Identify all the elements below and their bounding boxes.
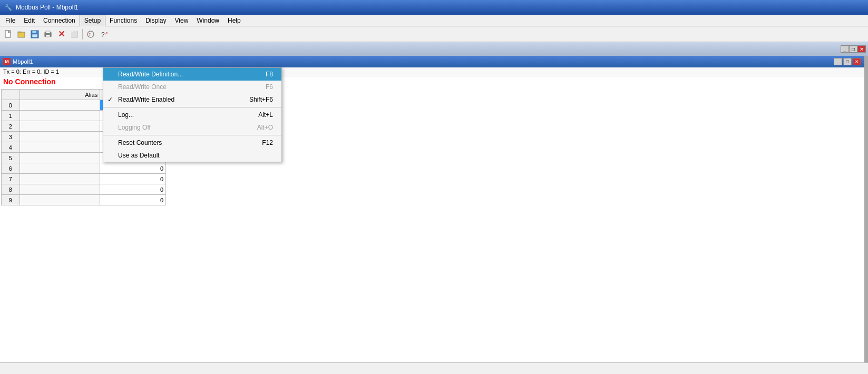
row-alias-9[interactable] (19, 195, 100, 205)
setup-dropdown-menu: Read/Write Definition... F8 Read/Write O… (103, 67, 282, 162)
row-num-1: 1 (2, 111, 20, 121)
row-num-6: 6 (2, 163, 20, 174)
menu-separator-2 (103, 135, 281, 135)
rw-enabled-check: ✓ (108, 96, 113, 103)
child-maximize-button[interactable]: □ (843, 58, 852, 65)
reset-counters-label: Reset Counters (118, 139, 162, 146)
new-button[interactable] (2, 28, 15, 41)
app-icon: 🔧 (4, 3, 13, 12)
row-num-7: 7 (2, 174, 20, 184)
table-row: 6 0 (2, 163, 166, 174)
rw-definition-shortcut: F8 (245, 71, 273, 78)
row-value-7[interactable]: 0 (100, 174, 166, 184)
svg-rect-6 (32, 34, 37, 37)
table-row: 9 0 (2, 195, 166, 205)
col-header-num (2, 90, 20, 100)
row-alias-3[interactable] (19, 132, 100, 142)
row-num-0: 0 (2, 100, 20, 111)
mdi-maximize-button[interactable]: □ (849, 45, 857, 53)
rw-enabled-shortcut: Shift+F6 (228, 96, 273, 103)
row-num-5: 5 (2, 153, 20, 163)
svg-rect-5 (32, 31, 36, 33)
row-alias-6[interactable] (19, 163, 100, 174)
row-num-8: 8 (2, 184, 20, 195)
menu-logging-off: Logging Off Alt+O (103, 121, 281, 134)
toolbar: ✕ ⬜ ? ? ↗ (0, 26, 868, 42)
svg-text:↗: ↗ (104, 31, 108, 36)
mdi-header: _ □ ✕ (0, 42, 868, 56)
menu-window[interactable]: Window (192, 15, 223, 26)
app-title: Modbus Poll - Mbpoll1 (16, 4, 79, 11)
table-row: 8 0 (2, 184, 166, 195)
print-button[interactable] (42, 28, 54, 41)
save-button[interactable] (28, 28, 41, 41)
menu-use-default[interactable]: Use as Default (103, 149, 281, 162)
row-value-9[interactable]: 0 (100, 195, 166, 205)
rw-enabled-label: Read/Write Enabled (118, 96, 174, 103)
row-num-2: 2 (2, 121, 20, 132)
delete-button[interactable]: ✕ (55, 28, 67, 41)
row-value-8[interactable]: 0 (100, 184, 166, 195)
child-title-buttons: _ □ ✕ (834, 58, 861, 65)
content-area: _ □ ✕ M Mbpoll1 _ □ ✕ Tx = 0: Err = 0: I… (0, 42, 868, 362)
rw-once-shortcut: F6 (245, 83, 273, 91)
row-alias-1[interactable] (19, 111, 100, 121)
menu-edit[interactable]: Edit (19, 15, 39, 26)
restore-button[interactable]: ⬜ (68, 28, 81, 41)
menu-view[interactable]: View (171, 15, 193, 26)
tx-status: Tx = 0: Err = 0: ID = 1 (3, 68, 59, 75)
svg-rect-3 (18, 32, 21, 33)
title-bar: 🔧 Modbus Poll - Mbpoll1 (0, 0, 868, 15)
table-row: 7 0 (2, 174, 166, 184)
col-header-alias: Alias (19, 90, 100, 100)
row-alias-8[interactable] (19, 184, 100, 195)
menu-connection[interactable]: Connection (39, 15, 80, 26)
svg-point-10 (49, 33, 50, 34)
menu-functions[interactable]: Functions (105, 15, 141, 26)
row-num-9: 9 (2, 195, 20, 205)
open-button[interactable] (15, 28, 28, 41)
child-minimize-button[interactable]: _ (834, 58, 842, 65)
row-alias-4[interactable] (19, 142, 100, 153)
child-window-icon: M (3, 58, 11, 65)
mdi-close-button[interactable]: ✕ (857, 45, 866, 53)
toolbar-separator (82, 29, 83, 40)
row-num-3: 3 (2, 132, 20, 142)
menu-help[interactable]: Help (223, 15, 245, 26)
menu-reset-counters[interactable]: Reset Counters F12 (103, 136, 281, 149)
menu-setup[interactable]: Setup (80, 15, 105, 26)
menu-log[interactable]: Log... Alt+L (103, 109, 281, 121)
svg-rect-2 (18, 32, 25, 37)
menu-rw-definition[interactable]: Read/Write Definition... F8 (103, 68, 281, 81)
svg-rect-8 (46, 31, 50, 33)
rw-definition-label: Read/Write Definition... (118, 71, 183, 78)
log-shortcut: Alt+L (237, 111, 273, 119)
row-alias-5[interactable] (19, 153, 100, 163)
rw-once-label: Read/Write Once (118, 83, 167, 91)
mdi-minimize-button[interactable]: _ (841, 45, 849, 53)
main-container: 🔧 Modbus Poll - Mbpoll1 File Edit Connec… (0, 0, 868, 374)
menu-rw-once: Read/Write Once F6 (103, 81, 281, 93)
logging-off-label: Logging Off (118, 124, 151, 131)
use-default-label: Use as Default (118, 152, 160, 159)
row-alias-7[interactable] (19, 174, 100, 184)
row-num-4: 4 (2, 142, 20, 153)
svg-rect-9 (46, 35, 50, 37)
row-alias-0[interactable] (19, 100, 100, 111)
row-alias-2[interactable] (19, 121, 100, 132)
menu-file[interactable]: File (1, 15, 19, 26)
help-button[interactable]: ? ↗ (97, 28, 110, 41)
menu-separator-1 (103, 107, 281, 107)
child-close-button[interactable]: ✕ (853, 58, 861, 65)
row-value-6[interactable]: 0 (100, 163, 166, 174)
reset-counters-shortcut: F12 (241, 139, 273, 146)
bottom-status (0, 362, 868, 374)
log-label: Log... (118, 111, 134, 119)
logging-off-shortcut: Alt+O (236, 124, 273, 131)
child-window-title: Mbpoll1 (13, 58, 834, 65)
menu-bar: File Edit Connection Setup Functions Dis… (0, 15, 868, 26)
menu-rw-enabled[interactable]: ✓ Read/Write Enabled Shift+F6 (103, 93, 281, 106)
menu-display[interactable]: Display (141, 15, 170, 26)
connect-button[interactable]: ? (84, 28, 97, 41)
child-title-bar: M Mbpoll1 _ □ ✕ (0, 56, 864, 67)
